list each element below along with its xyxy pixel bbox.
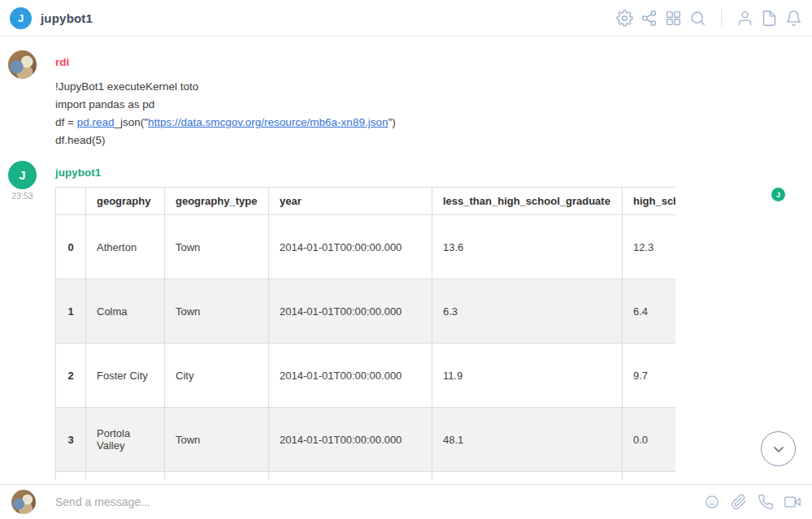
message-line: !JupyBot1 executeKernel toto xyxy=(55,78,396,96)
table-cell xyxy=(432,472,623,482)
bell-icon[interactable] xyxy=(785,10,802,27)
table-index-cell: 4 xyxy=(56,472,86,482)
message-author[interactable]: rdi xyxy=(55,56,69,68)
table-header-cell: high_school_graduate xyxy=(623,188,676,215)
emoji-icon[interactable] xyxy=(704,494,720,510)
table-cell: Town xyxy=(165,408,269,472)
table-cell xyxy=(86,472,165,482)
table-cell: City xyxy=(165,344,269,408)
message-link[interactable]: https://data.smcgov.org/resource/mb6a-xn… xyxy=(148,116,388,128)
paperclip-icon[interactable] xyxy=(731,494,747,510)
video-icon[interactable] xyxy=(784,494,801,510)
bot-mini-badge: J xyxy=(771,188,785,201)
channel-header: J jupybot1 xyxy=(0,0,812,37)
scroll-to-bottom-button[interactable] xyxy=(761,431,796,466)
file-icon[interactable] xyxy=(761,10,778,27)
message-line: import pandas as pd xyxy=(55,96,396,114)
message-text: ") xyxy=(388,116,395,128)
message-input[interactable] xyxy=(55,495,696,508)
message-line: df.head(5) xyxy=(55,132,396,149)
dataframe-table-container: geographygeography_typeyearless_than_hig… xyxy=(55,187,675,481)
table-cell: 13.6 xyxy=(432,215,623,279)
table-cell: 6.4 xyxy=(623,279,676,344)
share-icon[interactable] xyxy=(640,10,658,27)
message-text: !JupyBot1 executeKernel toto xyxy=(55,80,198,93)
message-author[interactable]: jupybot1 xyxy=(55,167,101,179)
table-header-row: geographygeography_typeyearless_than_hig… xyxy=(56,188,676,215)
table-index-cell: 3 xyxy=(56,408,86,472)
header-divider xyxy=(721,9,722,27)
table-index-cell: 1 xyxy=(56,279,86,344)
message-text: df.head(5) xyxy=(55,134,106,146)
table-index-cell: 0 xyxy=(56,215,86,279)
table-header-cell xyxy=(56,188,86,215)
table-row: 2Foster CityCity2014-01-01T00:00:00.0001… xyxy=(56,344,676,408)
table-header-cell: geography xyxy=(86,188,165,215)
message-rdi: rdi !JupyBot1 executeKernel totoimport p… xyxy=(0,50,812,164)
table-cell xyxy=(623,472,676,482)
message-link[interactable]: pd.read xyxy=(77,116,115,128)
gear-icon[interactable] xyxy=(616,10,633,27)
table-cell: 12.3 xyxy=(623,215,676,279)
phone-icon[interactable] xyxy=(758,494,774,510)
table-cell: 48.1 xyxy=(432,408,623,472)
table-index-cell: 2 xyxy=(56,344,86,408)
dataframe-table: geographygeography_typeyearless_than_hig… xyxy=(55,187,675,481)
header-actions xyxy=(616,9,802,27)
message-text: _json(" xyxy=(114,116,148,128)
table-cell: 9.7 xyxy=(623,344,676,408)
message-timestamp: 23:53 xyxy=(8,191,37,201)
table-row: 1ColmaTown2014-01-01T00:00:00.0006.36.4 xyxy=(56,279,676,344)
table-cell: Atherton xyxy=(86,215,165,279)
table-header-cell: year xyxy=(269,188,432,215)
message-text: df = xyxy=(55,116,77,128)
table-cell: Colma xyxy=(86,279,165,344)
table-cell: 2014-01-01T00:00:00.000 xyxy=(269,215,432,279)
chevron-down-icon xyxy=(771,441,787,457)
apps-icon[interactable] xyxy=(665,10,682,27)
table-cell: Town xyxy=(165,279,269,344)
channel-avatar: J xyxy=(10,7,32,29)
table-cell: 2014-01-01T00:00:00.000 xyxy=(269,344,432,408)
search-icon[interactable] xyxy=(689,10,706,27)
avatar-rdi[interactable] xyxy=(8,50,37,79)
table-cell: 6.3 xyxy=(432,279,623,344)
table-cell: 2014-01-01T00:00:00.000 xyxy=(269,279,432,344)
message-composer xyxy=(0,484,812,519)
user-icon[interactable] xyxy=(736,10,753,27)
composer-actions xyxy=(704,494,801,510)
table-cell xyxy=(165,472,269,482)
table-row: 0AthertonTown2014-01-01T00:00:00.00013.6… xyxy=(56,215,676,279)
message-text: import pandas as pd xyxy=(55,98,154,110)
table-cell: Foster City xyxy=(86,344,165,408)
table-cell: Portola Valley xyxy=(86,408,165,472)
table-cell xyxy=(269,472,432,482)
table-cell: Town xyxy=(165,215,269,279)
message-list: rdi !JupyBot1 executeKernel totoimport p… xyxy=(0,37,812,484)
table-row: 3Portola ValleyTown2014-01-01T00:00:00.0… xyxy=(56,408,676,472)
table-cell: 11.9 xyxy=(432,344,623,408)
message-body: !JupyBot1 executeKernel totoimport panda… xyxy=(55,78,396,149)
table-cell: 2014-01-01T00:00:00.000 xyxy=(269,408,432,472)
table-header-cell: geography_type xyxy=(165,188,269,215)
composer-avatar xyxy=(11,490,36,514)
table-row: 4 xyxy=(56,472,676,482)
table-cell: 0.0 xyxy=(623,408,676,472)
message-line: df = pd.read_json("https://data.smcgov.o… xyxy=(55,114,396,132)
table-header-cell: less_than_high_school_graduate xyxy=(432,188,623,215)
avatar-jupybot1[interactable]: J xyxy=(8,161,37,189)
channel-title[interactable]: jupybot1 xyxy=(41,11,93,25)
